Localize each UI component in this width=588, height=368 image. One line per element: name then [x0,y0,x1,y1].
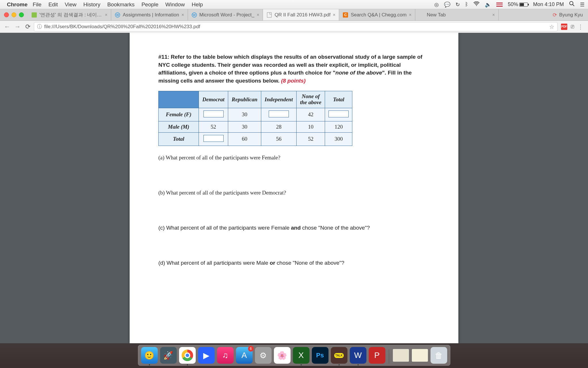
browser-tab[interactable]: C Search Q&A | Chegg.com × [339,9,415,20]
question-a: (a) What percent of all of the participa… [158,155,430,161]
close-tab-icon[interactable]: × [257,12,259,18]
close-tab-icon[interactable]: × [333,12,335,18]
browser-tab-active[interactable]: QR II Fall 2016 HW#3.pdf × [263,9,339,20]
cc-icon[interactable]: ◎ [434,1,439,8]
table-cell: 28 [261,121,296,132]
tab-title: '연관성' 의 검색결과 : 네이버 영 [39,12,103,18]
menu-window[interactable]: Window [165,1,185,8]
col-header: Independent [261,91,296,108]
macos-menubar: Chrome File Edit View History Bookmarks … [0,0,588,9]
close-tab-icon[interactable]: × [181,12,184,18]
row-header: Female (F) [159,108,199,121]
back-button[interactable]: ← [3,22,11,31]
close-tab-icon[interactable]: × [492,12,495,18]
dock-mail-icon[interactable]: ▶ [198,347,215,364]
table-cell: 10 [296,121,325,132]
dock-trash-icon[interactable]: 🗑 [431,347,447,364]
browser-tab[interactable]: W Assignments | Information × [111,9,188,20]
table-cell: 30 [228,121,261,132]
us-flag-icon[interactable] [496,3,503,7]
menu-bookmarks[interactable]: Bookmarks [107,1,134,8]
table-row: Female (F) 30 42 [159,108,352,121]
table-cell: 52 [296,132,325,146]
dock-finder-icon[interactable]: 🙂 [141,347,158,364]
col-header: Total [325,91,352,108]
dock-document-icon[interactable] [412,347,428,364]
naver-favicon-icon [32,12,37,18]
site-info-icon[interactable]: ⓘ [37,23,42,30]
url-text: file:///Users/BK/Downloads/QR%20II%20Fal… [44,24,549,30]
points-label: (8 points) [281,78,306,84]
menu-people[interactable]: People [141,1,158,8]
tab-title: QR II Fall 2016 HW#3.pdf [274,12,330,18]
menu-edit[interactable]: Edit [48,1,58,8]
table-cell: 120 [325,121,352,132]
table-cell-blank [199,132,228,146]
table-cell-blank [261,108,296,121]
menu-history[interactable]: History [83,1,100,8]
data-table: Democrat Republican Independent None oft… [158,91,352,146]
svg-point-1 [570,1,573,5]
browser-tab[interactable]: W Microsoft Word - Project_ × [188,9,263,20]
question-number: #11: [158,54,169,60]
desktop-background: 🙂 🚀 ▶ ♫ A6 ⚙ 🌸 X Ps TALK W P 🗑 [0,343,588,368]
notifications-icon[interactable]: ☰ [580,1,585,8]
menu-file[interactable]: File [33,1,42,8]
address-bar[interactable]: ⓘ file:///Users/BK/Downloads/QR%20II%20F… [34,22,558,31]
dock-excel-icon[interactable]: X [293,347,310,364]
dock-word-icon[interactable]: W [350,347,366,364]
chat-icon[interactable]: 💬 [444,1,450,8]
table-cell-blank [325,108,352,121]
profile-button[interactable]: ⟳ Byung Kyu [547,9,588,20]
timemachine-icon[interactable]: ↻ [456,1,460,8]
dock-separator [389,349,389,364]
window-controls [0,9,28,20]
browser-toolbar: ← → ⟳ ⓘ file:///Users/BK/Downloads/QR%20… [0,21,588,33]
table-cell-blank [199,108,228,121]
dock-photoshop-icon[interactable]: Ps [312,347,328,364]
app-name[interactable]: Chrome [7,1,28,8]
browser-tab-strip: '연관성' 의 검색결과 : 네이버 영 × W Assignments | I… [0,9,588,21]
dock-preferences-icon[interactable]: ⚙ [255,347,272,364]
menu-help[interactable]: Help [192,1,203,8]
dock-appstore-icon[interactable]: A6 [236,347,253,364]
question-c: (c) What percent of all of the participa… [158,225,430,231]
pdf-extension-icon[interactable]: PDF [561,24,567,30]
row-header: Total [159,132,199,146]
minimize-window-button[interactable] [11,12,16,17]
col-header: Republican [228,91,261,108]
dock-kakaotalk-icon[interactable]: TALK [331,347,347,364]
cast-icon[interactable]: ⎚ [571,23,574,30]
battery-status[interactable]: 50% [508,1,528,7]
question-b: (b) What percent of all of the participa… [158,190,430,196]
speaker-icon[interactable]: 🔈 [485,1,491,8]
dock-chrome-icon[interactable] [179,347,196,364]
clock[interactable]: Mon 4:10 PM [533,1,564,7]
pdf-viewer[interactable]: #11: Refer to the table below which disp… [0,33,588,343]
close-tab-icon[interactable]: × [105,12,107,18]
svg-line-2 [573,5,574,6]
browser-tab[interactable]: New Tab × [415,9,499,20]
dock-powerpoint-icon[interactable]: P [369,347,385,364]
spotlight-icon[interactable] [569,1,575,8]
zoom-window-button[interactable] [19,12,24,17]
dock-itunes-icon[interactable]: ♫ [217,347,234,364]
menu-view[interactable]: View [65,1,76,8]
question-prompt: #11: Refer to the table below which disp… [158,53,430,85]
chrome-menu-icon[interactable]: ⋮ [578,23,583,30]
close-tab-icon[interactable]: × [409,12,412,18]
bookmark-star-icon[interactable]: ☆ [549,23,554,30]
wifi-icon[interactable] [473,1,480,7]
bluetooth-icon[interactable]: ᛒ [465,1,468,7]
browser-tab[interactable]: '연관성' 의 검색결과 : 네이버 영 × [28,9,111,20]
table-cell: 30 [228,108,261,121]
dock-photos-icon[interactable]: 🌸 [274,347,291,364]
svg-point-0 [476,5,477,6]
dock-document-icon[interactable] [393,347,409,364]
row-header: Male (M) [159,121,199,132]
forward-button[interactable]: → [13,22,22,31]
reload-button[interactable]: ⟳ [24,22,32,31]
table-row: Total 60 56 52 300 [159,132,352,146]
close-window-button[interactable] [4,12,9,17]
dock-launchpad-icon[interactable]: 🚀 [160,347,177,364]
